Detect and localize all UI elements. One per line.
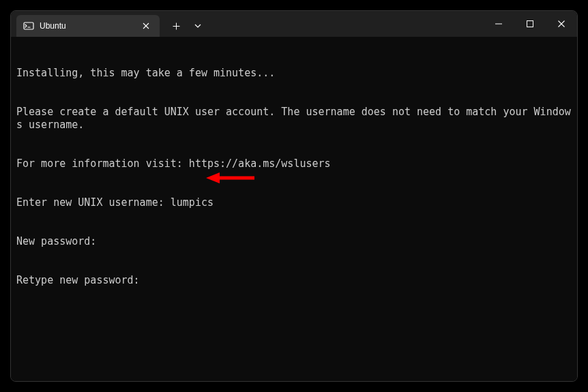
tab-ubuntu[interactable]: Ubuntu bbox=[16, 15, 160, 37]
maximize-button[interactable] bbox=[514, 11, 546, 37]
svg-rect-0 bbox=[24, 22, 33, 29]
terminal-line: Retype new password: bbox=[16, 274, 572, 287]
svg-rect-7 bbox=[527, 21, 533, 27]
terminal-line: For more information visit: https://aka.… bbox=[16, 157, 572, 170]
terminal-window: Ubuntu bbox=[10, 10, 578, 382]
titlebar: Ubuntu bbox=[11, 11, 577, 37]
terminal-output[interactable]: Installing, this may take a few minutes.… bbox=[11, 37, 577, 381]
terminal-line: Enter new UNIX username: lumpics bbox=[16, 196, 572, 209]
terminal-line: Please create a default UNIX user accoun… bbox=[16, 106, 572, 132]
new-tab-button[interactable] bbox=[165, 16, 187, 35]
minimize-button[interactable] bbox=[483, 11, 514, 37]
tab-title: Ubuntu bbox=[40, 21, 139, 31]
terminal-line: New password: bbox=[16, 235, 572, 248]
tab-dropdown-button[interactable] bbox=[187, 16, 209, 35]
ubuntu-icon bbox=[23, 20, 34, 31]
tab-controls bbox=[165, 15, 209, 37]
titlebar-drag-area[interactable] bbox=[209, 11, 483, 37]
close-button[interactable] bbox=[546, 11, 577, 37]
tab-close-button[interactable] bbox=[139, 19, 153, 33]
svg-marker-11 bbox=[206, 172, 220, 183]
window-controls bbox=[483, 11, 577, 37]
terminal-line: Installing, this may take a few minutes.… bbox=[16, 67, 572, 80]
